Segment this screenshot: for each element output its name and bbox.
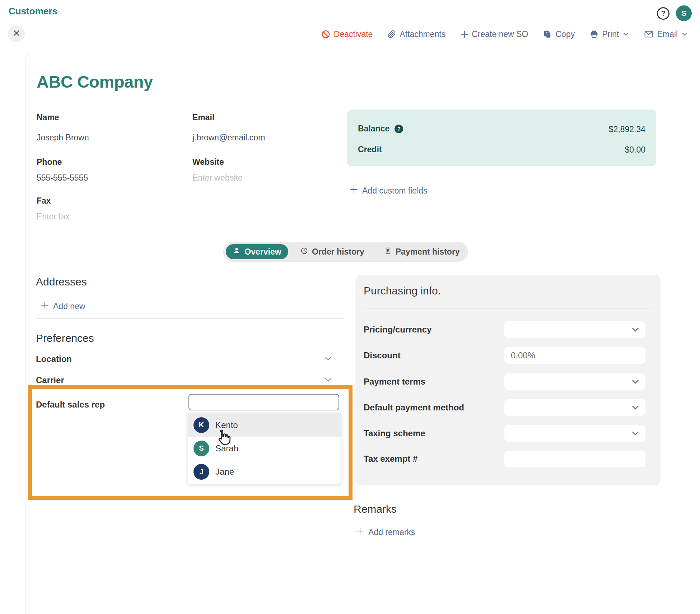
company-name-title: ABC Company (37, 72, 153, 92)
help-button[interactable]: ? (657, 7, 669, 20)
website-label: Website (192, 157, 224, 167)
balance-value: $2,892.34 (609, 125, 645, 134)
chevron-down-icon (631, 377, 640, 388)
add-custom-fields-link[interactable]: Add custom fields (350, 186, 428, 196)
person-icon (233, 247, 241, 257)
payment-terms-select[interactable] (504, 373, 645, 390)
default-payment-method-label: Default payment method (364, 403, 464, 413)
fax-label: Fax (37, 196, 51, 206)
credit-label: Credit (358, 145, 382, 154)
create-new-so-button[interactable]: Create new SO (461, 29, 528, 39)
location-row-label: Location (36, 354, 72, 364)
purchasing-info-heading: Purchasing info. (364, 285, 441, 297)
print-button[interactable]: Print (590, 29, 629, 39)
tax-exempt-label: Tax exempt # (364, 454, 417, 464)
remarks-heading: Remarks (354, 503, 397, 515)
envelope-icon (644, 29, 653, 39)
receipt-icon (384, 247, 392, 257)
avatar: S (193, 441, 209, 456)
user-avatar[interactable]: S (676, 5, 692, 21)
chevron-down-icon (631, 403, 640, 414)
section-divider (36, 318, 344, 318)
add-remarks-link[interactable]: Add remarks (356, 527, 415, 537)
email-value[interactable]: j.brown@email.com (192, 133, 265, 143)
credit-value: $0.00 (625, 145, 645, 155)
avatar: K (193, 417, 209, 433)
sales-rep-dropdown: K Kento S Sarah J Jane (188, 413, 341, 484)
balance-label: Balance ? (358, 124, 403, 134)
discount-label: Discount (364, 350, 401, 361)
balance-card: Balance ? $2,892.34 Credit $0.00 (347, 110, 656, 166)
avatar: J (193, 464, 209, 480)
detail-tabbar: Overview Order history Payment history (223, 242, 468, 262)
tab-overview[interactable]: Overview (226, 244, 288, 259)
chevron-down-icon (622, 31, 629, 37)
question-mark-icon: ? (661, 9, 665, 18)
close-button[interactable] (8, 25, 25, 42)
plus-icon (461, 31, 468, 38)
chevron-down-icon (631, 325, 640, 336)
pricing-currency-label: Pricing/currency (364, 325, 431, 335)
close-icon (13, 29, 20, 38)
sales-rep-option-sarah[interactable]: S Sarah (188, 437, 341, 460)
name-label: Name (37, 113, 59, 122)
customer-detail-page: Customers ? S Deactivate Attachments Cr (0, 0, 700, 614)
default-payment-method-select[interactable] (504, 399, 645, 416)
default-sales-rep-label: Default sales rep (36, 400, 105, 410)
panel-divider (364, 308, 652, 308)
plus-icon (41, 301, 49, 311)
tab-payment-history[interactable]: Payment history (384, 247, 460, 257)
location-expand-chevron-icon[interactable] (324, 354, 332, 364)
plus-icon (350, 186, 358, 196)
preferences-heading: Preferences (36, 332, 94, 344)
fax-field-placeholder[interactable]: Enter fax (37, 212, 70, 222)
balance-help-icon[interactable]: ? (395, 125, 403, 133)
add-new-address-link[interactable]: Add new (41, 301, 85, 311)
attachments-button[interactable]: Attachments (388, 29, 445, 39)
addresses-heading: Addresses (36, 276, 87, 288)
phone-value[interactable]: 555-555-5555 (37, 173, 88, 183)
printer-icon (590, 30, 598, 38)
email-label: Email (192, 113, 214, 122)
taxing-scheme-label: Taxing scheme (364, 428, 425, 438)
default-sales-rep-input[interactable] (188, 394, 339, 410)
copy-icon (543, 30, 552, 38)
tab-order-history[interactable]: Order history (300, 247, 364, 257)
name-value[interactable]: Joseph Brown (37, 133, 89, 143)
page-title: Customers (9, 6, 57, 17)
sales-rep-option-kento[interactable]: K Kento (188, 413, 341, 437)
website-field-placeholder[interactable]: Enter website (192, 173, 242, 183)
chevron-down-icon (681, 31, 688, 37)
purchasing-info-panel: Purchasing info. Pricing/currency Discou… (355, 275, 661, 485)
tax-exempt-input[interactable] (504, 451, 645, 467)
phone-label: Phone (37, 157, 62, 167)
prohibit-icon (321, 30, 330, 39)
carrier-expand-chevron-icon[interactable] (324, 376, 332, 385)
discount-input[interactable]: 0.00% (504, 347, 645, 364)
taxing-scheme-select[interactable] (504, 425, 645, 442)
paperclip-icon (388, 30, 396, 38)
toolbar: Deactivate Attachments Create new SO Cop… (321, 26, 688, 42)
clock-icon (300, 247, 308, 257)
deactivate-button[interactable]: Deactivate (321, 29, 373, 39)
carrier-row-label: Carrier (36, 375, 64, 385)
email-button[interactable]: Email (644, 29, 688, 39)
payment-terms-label: Payment terms (364, 377, 425, 387)
copy-button[interactable]: Copy (543, 29, 575, 39)
pricing-currency-select[interactable] (504, 321, 645, 338)
plus-icon (356, 527, 364, 537)
sales-rep-option-jane[interactable]: J Jane (188, 460, 341, 484)
chevron-down-icon (631, 429, 640, 440)
avatar-initial: S (681, 9, 686, 18)
